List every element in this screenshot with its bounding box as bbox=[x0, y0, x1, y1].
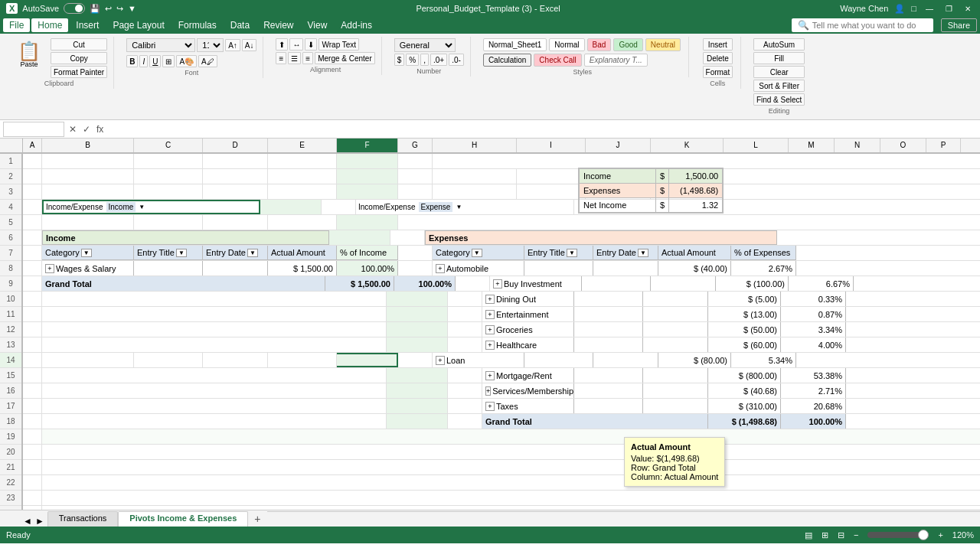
expense-date-buy-inv[interactable] bbox=[651, 276, 716, 291]
col-header-h[interactable]: H bbox=[433, 139, 517, 152]
expense-cat-taxes[interactable]: + Taxes bbox=[482, 399, 574, 413]
row-header-11[interactable]: 11 bbox=[0, 307, 21, 322]
income-empty-11[interactable] bbox=[42, 307, 387, 321]
zoom-level[interactable]: 120% bbox=[952, 530, 974, 540]
font-color-button[interactable]: A🖊 bbox=[198, 55, 217, 67]
row-header-6[interactable]: 6 bbox=[0, 230, 21, 246]
copy-button[interactable]: Copy bbox=[51, 52, 107, 64]
italic-button[interactable]: I bbox=[139, 55, 148, 67]
format-cell-button[interactable]: Format bbox=[703, 66, 733, 78]
cell-b1[interactable] bbox=[42, 154, 134, 168]
cell-g1[interactable] bbox=[398, 154, 433, 168]
cell-f1[interactable] bbox=[337, 154, 398, 168]
cell-g11[interactable] bbox=[448, 307, 482, 321]
expense-amount-ent[interactable]: $ (13.00) bbox=[708, 307, 781, 321]
expense-col-entry-title[interactable]: Entry Title ▼ bbox=[524, 246, 593, 260]
wages-expand-icon[interactable]: + bbox=[45, 264, 54, 273]
autosum-button[interactable]: AutoSum bbox=[753, 38, 805, 51]
share-button[interactable]: Share bbox=[941, 18, 977, 32]
name-box[interactable]: F14 bbox=[3, 122, 64, 137]
cell-a14[interactable] bbox=[23, 353, 42, 367]
income-col-category[interactable]: Category ▼ bbox=[42, 246, 134, 260]
expense-col-category[interactable]: Category ▼ bbox=[433, 246, 524, 260]
redo-button[interactable]: ↪ bbox=[116, 4, 123, 14]
col-header-k[interactable]: K bbox=[651, 139, 724, 152]
income-col-entry-date[interactable]: Entry Date ▼ bbox=[203, 246, 268, 260]
expense-cat-entertainment[interactable]: + Entertainment bbox=[482, 307, 574, 321]
cell-a2[interactable] bbox=[23, 169, 42, 184]
row-header-7[interactable]: 7 bbox=[0, 246, 21, 261]
cell-g17[interactable] bbox=[448, 399, 482, 413]
cell-f13[interactable] bbox=[387, 337, 448, 352]
cell-a23[interactable] bbox=[23, 491, 42, 505]
row-header-3[interactable]: 3 bbox=[0, 184, 21, 200]
cell-f10[interactable] bbox=[387, 292, 448, 306]
zoom-slider-handle[interactable] bbox=[918, 530, 929, 540]
col-header-l[interactable]: L bbox=[724, 139, 789, 152]
expense-title-automobile[interactable] bbox=[524, 261, 593, 276]
expense-col-percent[interactable]: % of Expenses bbox=[731, 246, 796, 260]
formula-cancel-button[interactable]: ✕ bbox=[67, 124, 78, 135]
cell-b5[interactable] bbox=[42, 215, 134, 230]
row-header-20[interactable]: 20 bbox=[0, 445, 21, 460]
mortgage-expand[interactable]: + bbox=[485, 371, 495, 380]
undo-button[interactable]: ↩ bbox=[105, 4, 112, 14]
expense-pct-dining[interactable]: 0.33% bbox=[781, 292, 846, 306]
cell-a18[interactable] bbox=[23, 414, 42, 429]
row-header-10[interactable]: 10 bbox=[0, 292, 21, 307]
income-empty-10[interactable] bbox=[42, 292, 387, 306]
expense-date-ent[interactable] bbox=[643, 307, 708, 321]
menu-item-insert[interactable]: Insert bbox=[70, 18, 105, 32]
more-quick-access[interactable]: ▼ bbox=[128, 4, 136, 13]
cell-a17[interactable] bbox=[23, 399, 42, 413]
cell-c1[interactable] bbox=[134, 154, 203, 168]
insert-cell-button[interactable]: Insert bbox=[703, 38, 733, 51]
expense-amount-services[interactable]: $ (40.68) bbox=[708, 383, 781, 398]
normal-view-button[interactable]: ▤ bbox=[805, 530, 812, 540]
border-button[interactable]: ⊞ bbox=[162, 55, 175, 67]
cell-a10[interactable] bbox=[23, 292, 42, 306]
cell-d5[interactable] bbox=[203, 215, 268, 230]
col-header-f[interactable]: F bbox=[337, 139, 398, 152]
expense-title-mortgage[interactable] bbox=[574, 368, 643, 383]
services-expand[interactable]: + bbox=[485, 386, 491, 396]
cell-a3[interactable] bbox=[23, 184, 42, 199]
cell-h2[interactable] bbox=[433, 169, 517, 184]
tab-pivots[interactable]: Pivots Income & Expenses bbox=[118, 511, 248, 527]
cell-f4[interactable] bbox=[260, 200, 322, 214]
income-percent-8[interactable]: 100.00% bbox=[337, 261, 398, 276]
menu-item-page-layout[interactable]: Page Layout bbox=[106, 18, 170, 32]
expense-pct-loan[interactable]: 5.34% bbox=[731, 353, 796, 367]
expense-amount-dining[interactable]: $ (5.00) bbox=[708, 292, 781, 306]
cell-g16[interactable] bbox=[448, 383, 482, 398]
cell-d3[interactable] bbox=[203, 184, 268, 199]
taxes-expand[interactable]: + bbox=[485, 402, 495, 411]
style-good[interactable]: Good bbox=[613, 38, 642, 51]
col-header-g[interactable]: G bbox=[398, 139, 433, 152]
expense-pct-taxes[interactable]: 20.68% bbox=[781, 399, 846, 413]
row-header-18[interactable]: 18 bbox=[0, 414, 21, 429]
income-col-entry-title[interactable]: Entry Title ▼ bbox=[134, 246, 203, 260]
bold-button[interactable]: B bbox=[126, 55, 138, 67]
row-header-15[interactable]: 15 bbox=[0, 368, 21, 383]
cut-button[interactable]: Cut bbox=[51, 38, 107, 51]
income-col-actual-amount[interactable]: Actual Amount bbox=[268, 246, 337, 260]
style-normal[interactable]: Normal_Sheet1 bbox=[483, 38, 547, 51]
formula-insert-function-button[interactable]: fx bbox=[95, 124, 105, 135]
cell-g7[interactable] bbox=[398, 246, 433, 260]
cell-c14[interactable] bbox=[134, 353, 203, 367]
cell-e3[interactable] bbox=[268, 184, 337, 199]
cell-f11[interactable] bbox=[387, 307, 448, 321]
row-header-1[interactable]: 1 bbox=[0, 154, 21, 169]
income-empty-12[interactable] bbox=[42, 322, 387, 337]
tab-scroll-left[interactable]: ◄ bbox=[23, 516, 32, 527]
menu-item-addins[interactable]: Add-ins bbox=[335, 18, 378, 32]
style-bad[interactable]: Bad bbox=[587, 38, 612, 51]
expense-cat-buy-inv[interactable]: + Buy Investment bbox=[490, 276, 582, 291]
expense-date-health[interactable] bbox=[643, 337, 708, 352]
cell-f14-selected[interactable] bbox=[337, 353, 398, 367]
expense-amount-health[interactable]: $ (60.00) bbox=[708, 337, 781, 352]
expense-pct-automobile[interactable]: 2.67% bbox=[731, 261, 796, 276]
col-header-m[interactable]: M bbox=[789, 139, 835, 152]
expense-cat-dining[interactable]: + Dining Out bbox=[482, 292, 574, 306]
